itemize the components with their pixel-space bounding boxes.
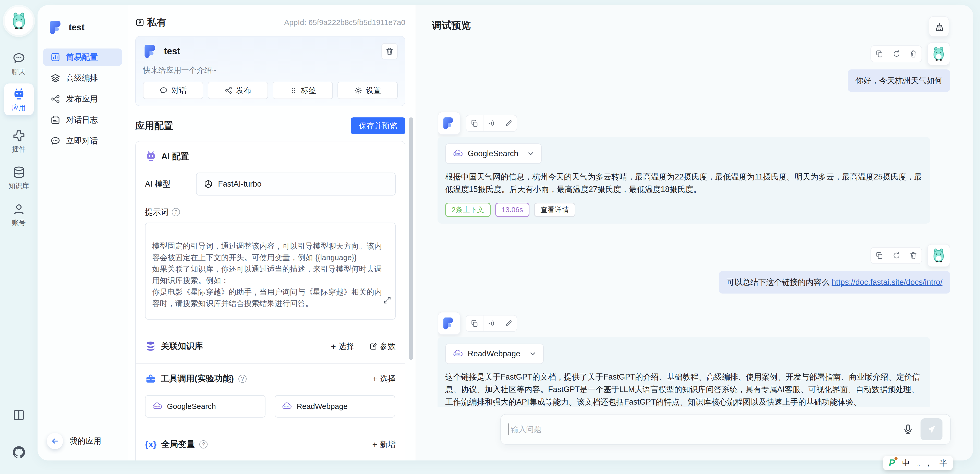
- app-description: 快来给应用一个介绍~: [143, 65, 398, 76]
- sidebar-item-label: 高级编排: [66, 73, 98, 83]
- model-select[interactable]: FastAI-turbo: [196, 173, 396, 196]
- time-badge[interactable]: 13.06s: [495, 203, 530, 217]
- rail-item-label: 知识库: [8, 181, 29, 191]
- retry-icon: [892, 50, 900, 58]
- ime-punct-mode[interactable]: 。，: [917, 458, 932, 468]
- ime-lang-mode[interactable]: 中: [902, 458, 910, 468]
- ime-statusbar[interactable]: P 中 。， 半: [883, 456, 953, 470]
- rail-item-datasets[interactable]: 知识库: [8, 165, 29, 191]
- copy-icon: [471, 319, 479, 328]
- delete-app-button[interactable]: [381, 43, 398, 59]
- tool-name: GoogleSearch: [468, 149, 518, 158]
- bot-avatar[interactable]: [438, 312, 460, 335]
- save-and-preview-button[interactable]: 保存并预览: [351, 118, 406, 134]
- user-avatar[interactable]: [927, 244, 950, 267]
- tags-action-button[interactable]: 标签: [273, 82, 333, 99]
- app-sidebar: test 简易配置 高级编排 发布应用 对话日志 立即对话: [38, 5, 128, 460]
- publish-action-button[interactable]: 发布: [208, 82, 268, 99]
- http-cloud-icon: [281, 401, 292, 412]
- user-avatar[interactable]: [927, 42, 950, 65]
- mic-button[interactable]: [902, 423, 914, 435]
- tool-item-readwebpage[interactable]: ReadWebpage: [275, 395, 395, 418]
- rail-item-account[interactable]: 账号: [12, 203, 26, 227]
- share-icon: [224, 86, 232, 94]
- retry-button[interactable]: [888, 46, 905, 62]
- clear-history-button[interactable]: [929, 16, 949, 37]
- tools-select-button[interactable]: + 选择: [372, 374, 396, 384]
- expand-icon[interactable]: [383, 284, 391, 316]
- copy-button[interactable]: [871, 248, 888, 263]
- dataset-params-button[interactable]: 参数: [369, 341, 396, 352]
- ime-width-mode[interactable]: 半: [939, 458, 947, 468]
- message-link[interactable]: https://doc.fastai.site/docs/intro/: [832, 278, 942, 287]
- tool-item-googlesearch[interactable]: GoogleSearch: [145, 395, 266, 418]
- rail-item-apps[interactable]: 应用: [4, 83, 34, 115]
- user-message-header: [438, 42, 950, 65]
- send-icon: [926, 424, 937, 435]
- params-label: 参数: [380, 341, 396, 352]
- question-icon[interactable]: ?: [172, 208, 180, 216]
- read-aloud-button[interactable]: [483, 315, 500, 331]
- edit-button[interactable]: [500, 315, 517, 331]
- sidebar-item-start-chat[interactable]: 立即对话: [43, 132, 122, 150]
- add-label: 新增: [380, 439, 396, 450]
- sidebar-item-chat-logs[interactable]: 对话日志: [43, 111, 122, 129]
- app-logo: [143, 43, 159, 59]
- book-icon: [12, 408, 26, 422]
- variables-add-button[interactable]: + 新增: [372, 439, 396, 450]
- edit-button[interactable]: [500, 115, 517, 131]
- sidebar-item-simple-config[interactable]: 简易配置: [43, 48, 122, 66]
- delete-button[interactable]: [905, 248, 921, 263]
- tool-run-readwebpage[interactable]: ReadWebpage: [445, 344, 544, 364]
- config-panel: 私有 AppId: 65f9a222b8c5fb5d1911e7a0 test …: [128, 5, 416, 460]
- retry-button[interactable]: [888, 248, 905, 263]
- send-button[interactable]: [921, 418, 942, 440]
- copy-button[interactable]: [871, 46, 888, 62]
- github-button[interactable]: [11, 445, 26, 460]
- sidebar-item-advanced-flow[interactable]: 高级编排: [43, 70, 122, 87]
- share-icon: [50, 94, 60, 104]
- app-card: test 快来给应用一个介绍~ 对话 发布: [135, 36, 406, 106]
- question-icon[interactable]: ?: [199, 440, 208, 449]
- plus-icon: +: [372, 440, 377, 449]
- back-to-my-apps[interactable]: 我的应用: [47, 433, 101, 449]
- sidebar-item-publish-app[interactable]: 发布应用: [43, 91, 122, 108]
- copy-button[interactable]: [466, 315, 483, 331]
- rail-item-plugins[interactable]: 插件: [12, 129, 26, 154]
- rail-item-chat[interactable]: 聊天: [12, 52, 26, 76]
- delete-button[interactable]: [905, 46, 921, 62]
- action-label: 对话: [171, 85, 187, 96]
- dataset-select-button[interactable]: + 选择: [331, 341, 354, 352]
- settings-action-button[interactable]: 设置: [337, 82, 398, 99]
- app-logo: [48, 19, 64, 35]
- mascot-avatar-icon: [931, 247, 947, 264]
- copy-button[interactable]: [466, 115, 483, 131]
- bot-avatar[interactable]: [438, 112, 460, 135]
- back-button[interactable]: [47, 433, 63, 449]
- model-label: AI 模型: [145, 179, 196, 189]
- tool-run-googlesearch[interactable]: GoogleSearch: [445, 143, 542, 164]
- account-avatar[interactable]: [5, 6, 33, 35]
- view-details-button[interactable]: 查看详情: [534, 203, 575, 217]
- context-badge[interactable]: 2条上下文: [445, 203, 491, 217]
- debug-title: 调试预览: [432, 19, 471, 32]
- config-scrollbar[interactable]: [409, 118, 413, 360]
- chat-input[interactable]: 输入问题: [500, 414, 951, 445]
- app-id: AppId: 65f9a222b8c5fb5d1911e7a0: [284, 18, 406, 27]
- ai-config-title: AI 配置: [161, 151, 189, 162]
- message-toolbar: [870, 45, 922, 62]
- docs-button[interactable]: [12, 408, 26, 422]
- text-cursor: [509, 423, 509, 435]
- question-icon[interactable]: ?: [239, 375, 247, 383]
- read-aloud-button[interactable]: [483, 115, 500, 131]
- prompt-textarea[interactable]: 模型固定的引导词，通过调整该内容，可以引导模型聊天方向。该内容会被固定在上下文的…: [145, 223, 396, 320]
- chat-area: 你好，今天杭州天气如何 GoogleSearch 根: [438, 38, 950, 407]
- sound-icon: [488, 319, 496, 328]
- edit-box-icon: [369, 342, 377, 350]
- chat-icon: [12, 52, 25, 65]
- chat-dots-icon: [50, 136, 60, 146]
- trash-icon: [909, 50, 918, 58]
- chat-action-button[interactable]: 对话: [143, 82, 203, 99]
- model-value: FastAI-turbo: [218, 180, 262, 189]
- dataset-section: 关联知识库 + 选择 参数: [136, 329, 405, 363]
